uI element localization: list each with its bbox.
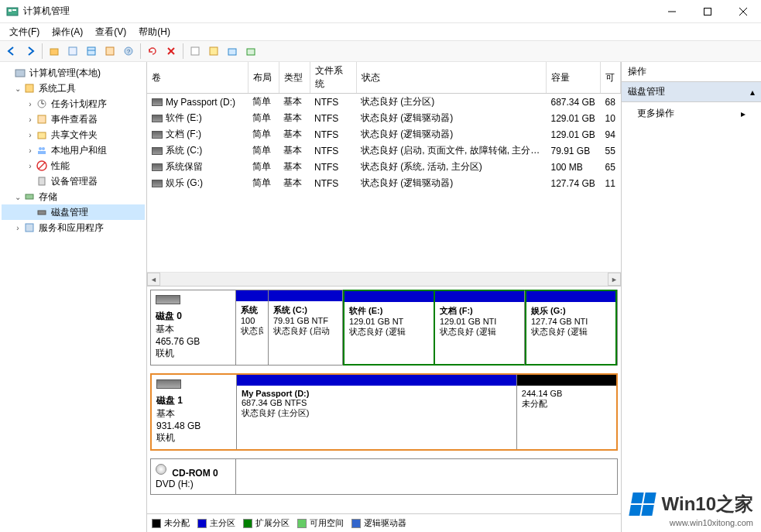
help-button[interactable]: ? xyxy=(120,43,137,60)
svg-rect-1 xyxy=(9,9,12,12)
svg-rect-2 xyxy=(12,9,16,11)
tree-pane[interactable]: 计算机管理(本地) ⌄系统工具 ›任务计划程序 ›事件查看器 ›共享文件夹 ›本… xyxy=(0,62,147,532)
volume-icon xyxy=(152,163,163,171)
volume-table-wrap: 卷 布局 类型 文件系统 状态 容量 可 My Passport (D:)简单基… xyxy=(147,62,621,287)
properties-button[interactable] xyxy=(64,43,81,60)
col-capacity[interactable]: 容量 xyxy=(547,62,601,94)
volume-icon xyxy=(152,147,163,155)
col-free[interactable]: 可 xyxy=(601,62,621,94)
center-pane: 卷 布局 类型 文件系统 状态 容量 可 My Passport (D:)简单基… xyxy=(147,62,622,532)
close-button[interactable] xyxy=(725,0,761,23)
h-scrollbar[interactable]: ◄ ► xyxy=(147,272,621,286)
menubar: 文件(F) 操作(A) 查看(V) 帮助(H) xyxy=(0,23,761,40)
disk0-block[interactable]: 磁盘 0 基本 465.76 GB 联机 系统100状态良 系统 (C:)79.… xyxy=(150,290,618,366)
col-status[interactable]: 状态 xyxy=(356,62,547,94)
svg-rect-19 xyxy=(247,49,255,55)
svg-rect-25 xyxy=(38,115,46,123)
tb-icon-5[interactable] xyxy=(187,43,204,60)
tree-devmgr[interactable]: 设备管理器 xyxy=(2,173,145,189)
svg-rect-35 xyxy=(26,224,33,232)
volume-icon xyxy=(152,98,163,106)
svg-rect-21 xyxy=(26,84,33,92)
menu-action[interactable]: 操作(A) xyxy=(46,24,89,40)
actions-diskmgmt[interactable]: 磁盘管理▴ xyxy=(622,82,761,102)
view-button[interactable] xyxy=(83,43,100,60)
forward-button[interactable] xyxy=(22,43,39,60)
cdrom-label: CD-ROM 0 DVD (H:) xyxy=(151,459,236,494)
col-fs[interactable]: 文件系统 xyxy=(310,62,356,94)
disk0-part3[interactable]: 文档 (F:)129.01 GB NTI状态良好 (逻辑 xyxy=(435,290,525,366)
svg-rect-4 xyxy=(704,8,711,15)
svg-rect-18 xyxy=(228,49,236,55)
tree-perf[interactable]: ›性能 xyxy=(2,158,145,173)
svg-rect-32 xyxy=(39,177,45,185)
delete-button[interactable] xyxy=(163,43,180,60)
table-row[interactable]: 系统 (C:)简单基本NTFS状态良好 (启动, 页面文件, 故障转储, 主分区… xyxy=(147,142,621,159)
cdrom-block[interactable]: CD-ROM 0 DVD (H:) xyxy=(150,458,618,495)
tb-icon-8[interactable] xyxy=(242,43,259,60)
tb-icon-6[interactable] xyxy=(205,43,222,60)
tree-eventviewer[interactable]: ›事件查看器 xyxy=(2,112,145,127)
tree-diskmgmt[interactable]: 磁盘管理 xyxy=(2,204,145,220)
tree-storage[interactable]: ⌄存储 xyxy=(2,189,145,204)
disk1-part1[interactable]: 244.14 GB未分配 xyxy=(517,375,616,449)
tree-root[interactable]: 计算机管理(本地) xyxy=(2,65,145,81)
scroll-right-icon[interactable]: ► xyxy=(608,273,621,286)
svg-rect-33 xyxy=(26,194,33,199)
disk1-partitions: My Passport (D:)687.34 GB NTFS状态良好 (主分区)… xyxy=(237,375,616,449)
table-row[interactable]: 系统保留简单基本NTFS状态良好 (系统, 活动, 主分区)100 MB65 xyxy=(147,159,621,175)
tree-services[interactable]: ›服务和应用程序 xyxy=(2,220,145,235)
minimize-button[interactable] xyxy=(654,0,690,23)
disk0-part4[interactable]: 娱乐 (G:)127.74 GB NTI状态良好 (逻辑 xyxy=(525,290,617,366)
tree-users[interactable]: ›本地用户和组 xyxy=(2,142,145,158)
back-button[interactable] xyxy=(3,43,20,60)
tb-icon-7[interactable] xyxy=(224,43,241,60)
disk-icon xyxy=(156,379,181,389)
col-type[interactable]: 类型 xyxy=(279,62,310,94)
disk-diagram-pane[interactable]: 磁盘 0 基本 465.76 GB 联机 系统100状态良 系统 (C:)79.… xyxy=(147,287,621,513)
table-row[interactable]: 软件 (E:)简单基本NTFS状态良好 (逻辑驱动器)129.01 GB10 xyxy=(147,110,621,126)
chevron-right-icon: ▸ xyxy=(741,108,746,119)
actions-more[interactable]: 更多操作▸ xyxy=(622,102,761,125)
disk1-block[interactable]: 磁盘 1 基本 931.48 GB 联机 My Passport (D:)687… xyxy=(150,373,618,451)
maximize-button[interactable] xyxy=(690,0,725,23)
disk0-part1[interactable]: 系统 (C:)79.91 GB NTF状态良好 (启动 xyxy=(269,290,343,365)
disk1-part0[interactable]: My Passport (D:)687.34 GB NTFS状态良好 (主分区) xyxy=(237,375,517,449)
app-icon xyxy=(6,5,19,18)
svg-rect-17 xyxy=(210,47,218,55)
svg-rect-34 xyxy=(38,211,46,215)
legend: 未分配 主分区 扩展分区 可用空间 逻辑驱动器 xyxy=(147,513,621,532)
menu-view[interactable]: 查看(V) xyxy=(89,24,132,40)
collapse-icon: ▴ xyxy=(750,87,755,98)
disk-icon xyxy=(156,295,180,304)
scroll-left-icon[interactable]: ◄ xyxy=(147,273,160,286)
up-button[interactable] xyxy=(46,43,63,60)
svg-text:?: ? xyxy=(127,48,131,55)
tree-systools[interactable]: ⌄系统工具 xyxy=(2,81,145,96)
tree-scheduler[interactable]: ›任务计划程序 xyxy=(2,96,145,112)
volume-table[interactable]: 卷 布局 类型 文件系统 状态 容量 可 My Passport (D:)简单基… xyxy=(147,62,621,191)
settings-button[interactable] xyxy=(101,43,118,60)
refresh-button[interactable] xyxy=(144,43,161,60)
svg-line-31 xyxy=(39,163,45,169)
disk0-label: 磁盘 0 基本 465.76 GB 联机 xyxy=(151,290,236,365)
table-row[interactable]: 娱乐 (G:)简单基本NTFS状态良好 (逻辑驱动器)127.74 GB11 xyxy=(147,175,621,191)
svg-rect-7 xyxy=(50,49,58,55)
col-layout[interactable]: 布局 xyxy=(248,62,279,94)
menu-help[interactable]: 帮助(H) xyxy=(132,24,177,40)
tree-shared[interactable]: ›共享文件夹 xyxy=(2,127,145,142)
svg-rect-9 xyxy=(87,47,95,55)
disk0-part2[interactable]: 软件 (E:)129.01 GB NT状态良好 (逻辑 xyxy=(343,290,435,366)
menu-file[interactable]: 文件(F) xyxy=(3,24,46,40)
table-row[interactable]: 文档 (F:)简单基本NTFS状态良好 (逻辑驱动器)129.01 GB94 xyxy=(147,126,621,142)
disk0-part0[interactable]: 系统100状态良 xyxy=(236,290,269,365)
col-volume[interactable]: 卷 xyxy=(147,62,248,94)
volume-icon xyxy=(152,115,163,122)
toolbar: ? xyxy=(0,40,761,62)
svg-rect-29 xyxy=(38,151,46,154)
table-row[interactable]: My Passport (D:)简单基本NTFS状态良好 (主分区)687.34… xyxy=(147,94,621,111)
svg-point-28 xyxy=(42,147,45,150)
window-title: 计算机管理 xyxy=(23,5,654,18)
volume-icon xyxy=(152,131,163,139)
titlebar: 计算机管理 xyxy=(0,0,761,23)
